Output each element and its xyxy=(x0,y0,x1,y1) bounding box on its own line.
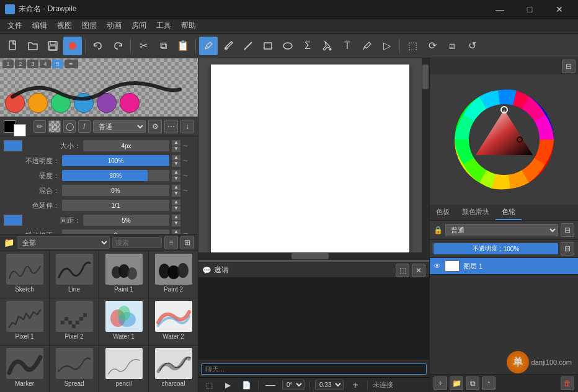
bg-color-swatch[interactable] xyxy=(14,124,26,136)
zoom-in-button[interactable]: + xyxy=(349,378,362,392)
vscroll-thumb[interactable] xyxy=(422,65,429,89)
angle-select[interactable]: 0° xyxy=(282,380,305,390)
spread-down[interactable]: ▼ xyxy=(172,206,180,212)
opacity-down[interactable]: ▼ xyxy=(172,161,180,167)
color-wheel-svg[interactable] xyxy=(448,84,560,195)
menu-item-文件[interactable]: 文件 xyxy=(2,19,27,32)
bezier-tool-button[interactable]: Σ xyxy=(298,37,317,55)
color-chip-2[interactable] xyxy=(4,215,22,226)
panel-close-button[interactable]: ✕ xyxy=(412,264,425,277)
brush-tab-5[interactable]: 5 xyxy=(52,60,63,68)
color-chip[interactable] xyxy=(4,140,22,151)
jitter-slider[interactable]: 0 xyxy=(62,229,169,234)
duplicate-layer-button[interactable]: ⧉ xyxy=(466,376,479,390)
preset-sketch[interactable]: Sketch xyxy=(0,251,49,298)
menu-item-图层[interactable]: 图层 xyxy=(77,19,102,32)
search-input[interactable] xyxy=(112,237,162,248)
save-button[interactable] xyxy=(43,37,62,55)
layer-mode-select[interactable]: 普通 xyxy=(445,224,558,236)
preset-line[interactable]: Line xyxy=(50,251,99,298)
size-up[interactable]: ▲ xyxy=(172,140,180,146)
presets-menu-button[interactable]: ≡ xyxy=(164,236,178,249)
rect-tool-button[interactable] xyxy=(259,37,277,55)
pen-tool-button[interactable] xyxy=(199,37,218,55)
drawing-canvas[interactable] xyxy=(211,65,409,260)
preset-spread[interactable]: Spread xyxy=(50,345,99,392)
zoom-select[interactable]: 0.33 xyxy=(315,380,344,390)
spacing-up[interactable]: ▲ xyxy=(172,215,180,220)
text-tool-button[interactable]: T xyxy=(338,37,357,55)
color-tab-swatches[interactable]: 色板 xyxy=(430,205,456,220)
move-layer-up-button[interactable]: ↑ xyxy=(482,376,496,390)
layer-settings-button[interactable]: ⊟ xyxy=(561,223,574,237)
size-slider[interactable]: 4px xyxy=(83,140,169,151)
brush-tab-pen[interactable]: ✒ xyxy=(64,60,78,68)
maximize-button[interactable]: □ xyxy=(516,0,543,19)
preset-marker[interactable]: Marker xyxy=(0,345,49,392)
brush-tab-4[interactable]: 4 xyxy=(40,60,51,68)
brush-settings-icon[interactable]: ⚙ xyxy=(148,120,162,133)
selection-button[interactable]: ⬚ xyxy=(403,37,422,55)
preset-paint1[interactable]: Paint 1 xyxy=(99,251,148,298)
panel-pop-out-button[interactable]: ⬚ xyxy=(396,264,409,277)
ellipse-brush-icon[interactable]: ◯ xyxy=(63,120,76,133)
presets-grid-button[interactable]: ⊞ xyxy=(180,236,194,249)
menu-item-房间[interactable]: 房间 xyxy=(127,19,151,32)
size-down[interactable]: ▼ xyxy=(172,146,180,152)
jitter-up[interactable]: ▲ xyxy=(172,229,180,234)
hardness-down[interactable]: ▼ xyxy=(172,176,180,182)
presets-folder-select[interactable]: 全部 xyxy=(17,236,110,249)
brush-more-icon[interactable]: ⋯ xyxy=(164,120,178,133)
preset-water1[interactable]: Water 1 xyxy=(99,298,148,345)
chat-input-field[interactable] xyxy=(201,363,427,375)
canvas-scroll-area[interactable] xyxy=(198,58,429,260)
rotate-button[interactable]: ↺ xyxy=(463,37,481,55)
spacing-slider[interactable]: 5% xyxy=(83,215,169,226)
add-layer-button[interactable]: + xyxy=(434,376,447,390)
layer-item[interactable]: 👁 图层 1 xyxy=(430,258,578,275)
fill-tool-button[interactable] xyxy=(318,37,337,55)
opacity-up[interactable]: ▲ xyxy=(172,155,180,161)
menu-item-帮助[interactable]: 帮助 xyxy=(176,19,201,32)
new-group-button[interactable]: 📁 xyxy=(450,376,463,390)
layer-visibility-icon[interactable]: 👁 xyxy=(434,262,441,270)
brush-icon[interactable]: ✏ xyxy=(33,120,46,133)
opacity-slider[interactable]: 100% xyxy=(62,155,169,166)
canvas-vscroll[interactable] xyxy=(422,58,429,260)
layer-opacity-slider[interactable]: 不透明度： 100% xyxy=(434,243,558,254)
menu-item-工具[interactable]: 工具 xyxy=(151,19,176,32)
spacing-down[interactable]: ▼ xyxy=(172,221,180,226)
brush-tab-2[interactable]: 2 xyxy=(15,60,26,68)
preset-paint2[interactable]: Paint 2 xyxy=(149,251,198,298)
spread-up[interactable]: ▲ xyxy=(172,200,180,205)
canvas-hscroll[interactable] xyxy=(198,252,422,260)
eraser-icon[interactable]: ◻ xyxy=(48,120,61,133)
menu-item-动画[interactable]: 动画 xyxy=(102,19,127,32)
cut-button[interactable]: ✂ xyxy=(134,37,153,55)
transform-button[interactable]: ▷ xyxy=(378,37,396,55)
paste-button[interactable]: 📋 xyxy=(174,37,192,55)
color-tab-wheel[interactable]: 色轮 xyxy=(496,205,522,220)
brush-tab-3[interactable]: 3 xyxy=(27,60,38,68)
brush-tab-1[interactable]: 1 xyxy=(2,60,14,68)
redo-button[interactable] xyxy=(109,37,127,55)
blend-slider[interactable]: 0% xyxy=(62,185,169,196)
statusbar-play-button[interactable]: ▶ xyxy=(221,378,234,392)
brush-load-icon[interactable]: ↓ xyxy=(180,120,194,133)
eyedropper-button[interactable] xyxy=(358,37,376,55)
brush-type-select[interactable]: 普通 xyxy=(93,120,146,133)
copy-button[interactable]: ⧉ xyxy=(154,37,172,55)
spread-slider[interactable]: 1/1 xyxy=(62,200,169,211)
line-tool-button[interactable] xyxy=(239,37,257,55)
open-file-button[interactable] xyxy=(24,37,42,55)
statusbar-canvas-button[interactable]: ⬚ xyxy=(202,378,216,392)
ellipse-tool-button[interactable] xyxy=(278,37,297,55)
menu-item-视图[interactable]: 视图 xyxy=(52,19,77,32)
hardness-slider[interactable]: 80% xyxy=(62,170,169,181)
brush-tool-button[interactable] xyxy=(219,37,238,55)
preset-pixel2[interactable]: Pixel 2 xyxy=(50,298,99,345)
delete-layer-button[interactable]: 🗑 xyxy=(561,376,574,390)
layer-opacity-extra[interactable]: ⊟ xyxy=(561,242,574,256)
preset-pencil[interactable]: pencil xyxy=(99,345,148,392)
menu-item-编辑[interactable]: 编辑 xyxy=(27,19,52,32)
